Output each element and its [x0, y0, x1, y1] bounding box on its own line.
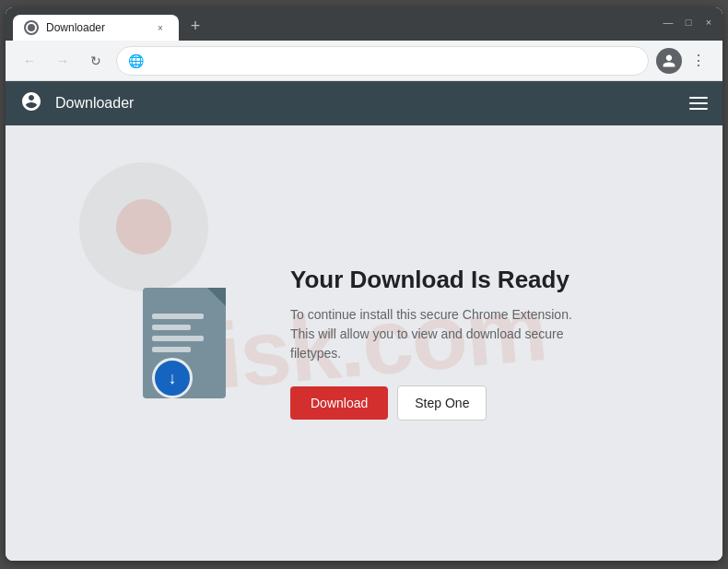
app-logo-area: Downloader [20, 90, 134, 116]
download-button[interactable]: Download [290, 386, 388, 420]
main-content: risk.com ↓ [6, 125, 722, 561]
sub-text-line2: This will allow you to view and download… [290, 326, 563, 361]
app-header: Downloader [6, 81, 722, 125]
tab-close-button[interactable]: × [153, 20, 168, 35]
maximize-button[interactable]: □ [682, 16, 695, 29]
download-badge-icon: ↓ [152, 358, 193, 398]
doc-body: ↓ [143, 288, 226, 398]
step-one-button[interactable]: Step One [397, 385, 487, 421]
navigation-bar: ← → ↻ 🌐 ⋮ [6, 41, 722, 81]
content-area: ↓ Your Download Is Ready To continue ins… [106, 229, 622, 457]
address-globe-icon: 🌐 [128, 53, 144, 68]
reload-button[interactable]: ↻ [83, 48, 109, 74]
address-bar[interactable]: 🌐 [116, 46, 649, 76]
action-buttons: Download Step One [290, 385, 585, 421]
close-button[interactable]: × [702, 16, 715, 29]
app-logo-icon [20, 90, 46, 116]
browser-menu-button[interactable]: ⋮ [686, 48, 711, 74]
active-tab[interactable]: Downloader × [13, 15, 179, 41]
text-content: Your Download Is Ready To continue insta… [290, 266, 585, 421]
main-heading: Your Download Is Ready [290, 266, 585, 294]
doc-lines [143, 288, 226, 362]
sub-text: To continue install this secure Chrome E… [290, 305, 585, 363]
minimize-button[interactable]: — [662, 16, 675, 29]
hamburger-menu-button[interactable] [689, 97, 708, 110]
nav-right-controls: ⋮ [656, 48, 711, 74]
forward-button[interactable]: → [50, 48, 76, 74]
window-controls: — □ × [662, 16, 715, 32]
sub-text-line1: To continue install this secure Chrome E… [290, 307, 572, 322]
back-button[interactable]: ← [17, 48, 42, 74]
tab-favicon [24, 20, 39, 35]
title-bar: Downloader × + — □ × [6, 7, 722, 41]
browser-window: Downloader × + — □ × ← → ↻ 🌐 ⋮ [6, 7, 722, 561]
tab-title: Downloader [46, 21, 146, 34]
profile-button[interactable] [656, 48, 682, 74]
new-tab-button[interactable]: + [182, 13, 208, 39]
document-icon: ↓ [143, 279, 253, 408]
tab-area: Downloader × + [13, 7, 658, 41]
app-title: Downloader [55, 95, 134, 112]
